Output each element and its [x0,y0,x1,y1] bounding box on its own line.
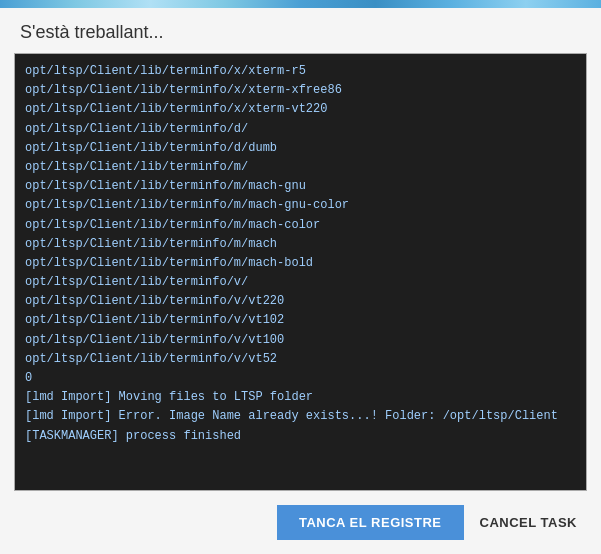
dialog-title: S'està treballant... [0,8,601,53]
close-log-button[interactable]: TANCA EL REGISTRE [277,505,464,540]
log-text: opt/ltsp/Client/lib/terminfo/x/xterm-r5 … [25,62,576,446]
dialog-footer: TANCA EL REGISTRE CANCEL TASK [0,491,601,554]
log-container[interactable]: opt/ltsp/Client/lib/terminfo/x/xterm-r5 … [14,53,587,491]
top-banner [0,0,601,8]
cancel-task-button[interactable]: CANCEL TASK [476,505,581,540]
dialog: S'està treballant... opt/ltsp/Client/lib… [0,8,601,554]
